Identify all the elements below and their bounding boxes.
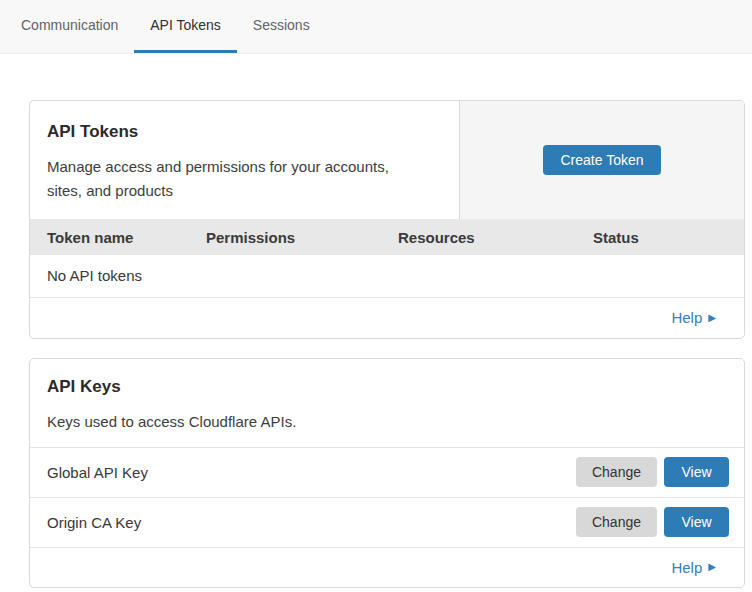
tab-communication[interactable]: Communication: [5, 0, 134, 53]
tab-sessions-label: Sessions: [253, 17, 310, 33]
api-tokens-card-header-text: API Tokens Manage access and permissions…: [30, 101, 460, 219]
api-keys-card-header: API Keys Keys used to access Cloudflare …: [30, 359, 744, 447]
api-tokens-help-link[interactable]: Help ▶: [671, 309, 716, 326]
global-api-key-label: Global API Key: [47, 464, 148, 481]
api-tokens-action-panel: Create Token: [460, 101, 744, 219]
column-header-resources: Resources: [398, 219, 593, 255]
tab-bar: Communication API Tokens Sessions: [0, 0, 752, 54]
tokens-empty-row: No API tokens: [30, 255, 744, 297]
help-arrow-icon: ▶: [708, 313, 716, 323]
origin-ca-key-label: Origin CA Key: [47, 514, 141, 531]
api-keys-description: Keys used to access Cloudflare APIs.: [47, 410, 727, 434]
global-api-key-change-button[interactable]: Change: [576, 457, 657, 487]
api-keys-help-label: Help: [671, 559, 702, 576]
origin-ca-key-actions: Change View: [576, 507, 729, 537]
origin-ca-key-row: Origin CA Key Change View: [30, 497, 744, 547]
api-tokens-help-row: Help ▶: [30, 298, 744, 338]
api-keys-card: API Keys Keys used to access Cloudflare …: [29, 358, 745, 588]
main-content: API Tokens Manage access and permissions…: [0, 54, 752, 588]
origin-ca-key-view-button[interactable]: View: [664, 507, 729, 537]
column-header-status: Status: [593, 219, 744, 255]
tokens-table-header-row: Token name Permissions Resources Status: [30, 219, 744, 255]
api-keys-help-link[interactable]: Help ▶: [671, 559, 716, 576]
api-tokens-table: Token name Permissions Resources Status …: [30, 219, 744, 298]
column-header-token-name: Token name: [30, 219, 206, 255]
global-api-key-actions: Change View: [576, 457, 729, 487]
tab-api-tokens-label: API Tokens: [150, 17, 221, 33]
api-keys-title: API Keys: [47, 377, 727, 397]
api-tokens-help-label: Help: [671, 309, 702, 326]
create-token-button[interactable]: Create Token: [543, 145, 660, 175]
global-api-key-view-button[interactable]: View: [664, 457, 729, 487]
api-tokens-card-header: API Tokens Manage access and permissions…: [30, 101, 744, 219]
column-header-permissions: Permissions: [206, 219, 398, 255]
api-keys-help-row: Help ▶: [30, 547, 744, 587]
api-tokens-card: API Tokens Manage access and permissions…: [29, 100, 745, 339]
api-tokens-description: Manage access and permissions for your a…: [47, 155, 422, 203]
global-api-key-row: Global API Key Change View: [30, 447, 744, 497]
tokens-empty-message: No API tokens: [30, 255, 744, 297]
tab-communication-label: Communication: [21, 17, 118, 33]
help-arrow-icon: ▶: [708, 562, 716, 572]
tab-sessions[interactable]: Sessions: [237, 0, 326, 53]
origin-ca-key-change-button[interactable]: Change: [576, 507, 657, 537]
tab-api-tokens[interactable]: API Tokens: [134, 0, 237, 53]
api-tokens-title: API Tokens: [47, 122, 442, 142]
